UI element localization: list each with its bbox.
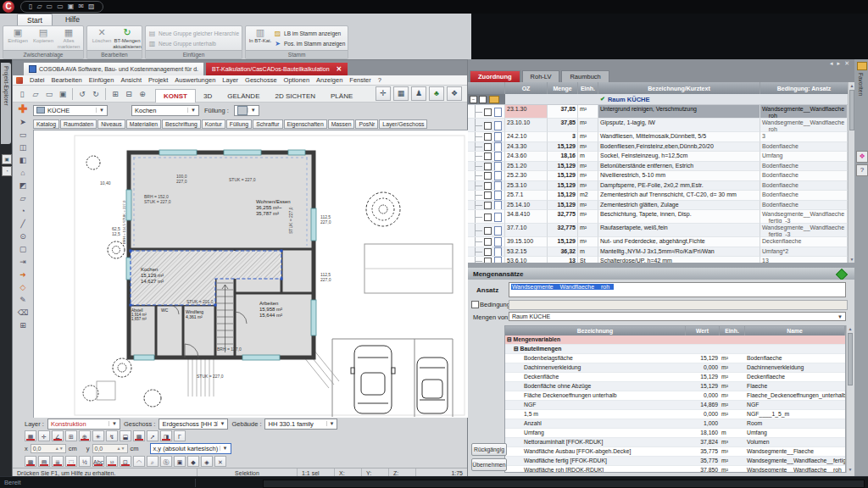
tab-raumbuch[interactable]: Raumbuch [561,70,609,82]
position-row[interactable]: 24.2.103m²Wandfliesen, Mittelmosaik,Dünn… [468,132,848,142]
prop-button-massen[interactable]: Massen [328,119,355,129]
snap-cross-icon[interactable]: ✛ [38,430,50,441]
render-icon[interactable]: ❖ [447,86,462,101]
row-checkbox[interactable] [484,248,492,256]
rect-tool-icon[interactable]: ▢ [16,243,31,256]
scroll-down-icon[interactable]: ▼ [847,467,854,472]
prop-button-fllung[interactable]: Füllung [226,119,252,129]
prop-button-materialien[interactable]: Materialien [126,119,161,129]
bedingung-input[interactable] [509,300,848,310]
geschoss-select[interactable]: Erdgeschoss [HH 3 ▼ [159,419,228,430]
menu-item[interactable]: Bearbeiten [52,76,82,84]
row-checkbox[interactable] [484,227,492,235]
snap-point-icon[interactable]: ⊕ [79,430,91,441]
catalog-book-icon[interactable]: ❖ [856,151,868,163]
new-file-icon[interactable]: ▯ [16,88,28,100]
prop-button-eigenschaften[interactable]: Eigenschaften [284,119,327,129]
tree-icon[interactable]: ♣ [429,86,444,101]
grid-header-menge[interactable]: Menge [548,82,578,94]
prop-button-beschriftung[interactable]: Beschriftung [162,119,201,129]
mail-icon[interactable]: ✉ [78,2,84,12]
view-tab-3d[interactable]: 3D [196,90,220,103]
polyline-tool-icon[interactable]: ⇥ [16,256,31,269]
display-lens-icon[interactable]: ⌕ [147,456,159,467]
grid-header-oz[interactable]: OZ [505,82,548,94]
position-row[interactable]: 53.6.1013StSchalterdose/UP, h=42 mm13 [468,257,848,263]
projekt-explorer-tab[interactable]: Projekt-Explorer [1,63,11,144]
display-frame-icon[interactable]: ⬚ [65,456,77,467]
open-icon[interactable]: ▱ [36,2,42,12]
menu-item[interactable]: ? [378,76,381,84]
display-solid-icon[interactable]: ▣ [174,456,186,467]
column-tool-icon[interactable]: ◔ [16,205,31,218]
print-icon[interactable]: ▣ [68,2,75,12]
position-row[interactable]: 24.3.3015,129m²Bodenfliesen,Feinsteinz,e… [468,142,848,152]
display-half-icon[interactable]: ½ [79,456,91,467]
position-row[interactable]: 39.15.10015,129m²Nut- und Federdecke, ab… [468,237,848,247]
ribbon-button[interactable]: ➤Pos. im Stamm anzeigen [274,39,345,47]
hatch-tool-icon[interactable]: ◇ [16,281,31,294]
save-icon[interactable]: ▭ [47,2,53,12]
position-row[interactable]: 25.3.1015,129m²Dampfsperre, PE-Folie, 2x… [468,181,848,191]
prop-button-kontur[interactable]: Kontur [202,119,225,129]
snap-mid-icon[interactable]: ⬓ [120,430,131,441]
wall-tool-icon[interactable]: ▭ [16,129,31,141]
row-checkbox[interactable] [484,182,492,190]
mengen-scrollbar[interactable]: ▲ ▼ [846,325,854,473]
display-outline-icon[interactable]: ◈ [201,456,213,467]
display-hatch-icon[interactable]: ▩ [25,456,36,467]
viewport-icon[interactable]: ▦ [393,86,409,101]
header-wert[interactable]: Wert [686,326,720,336]
undo-icon[interactable]: ↺ [76,88,88,100]
erase-tool-icon[interactable]: ⌫ [16,307,31,319]
tab-zuordnung[interactable]: Zuordnung [470,70,520,82]
prop-button-raumdaten[interactable]: Raumdaten [60,119,97,129]
header-einh[interactable]: Einh. [720,326,745,336]
window-tool-icon[interactable]: ◫ [16,141,31,154]
snap-corner-icon[interactable]: Γ [174,430,186,441]
snap-star-icon[interactable]: ✳ [92,430,104,441]
position-row[interactable]: 25.7.115,129m2Zementestrich auf Trennsch… [468,191,848,201]
menu-item[interactable]: Ansicht [120,76,142,84]
display-dim-icon[interactable]: ¹² [106,456,118,467]
mengen-row[interactable]: Bodenbelagsfläche15,129m²Bodenflaeche [505,354,845,363]
ribbon-button[interactable]: ↻BT-Mengen aktualisieren [115,27,139,49]
view-tab-plne[interactable]: PLÄNE [323,90,360,103]
scroll-right-icon[interactable]: ▸ [837,60,841,67]
view-tab-gelnde[interactable]: GELÄNDE [220,90,267,103]
menu-item[interactable]: Datei [30,76,45,84]
snap-angle-icon[interactable]: ∠ [52,430,64,441]
close-panel-icon[interactable]: ✕ [844,60,849,67]
folder-icon[interactable]: ▨ [88,2,95,12]
mengen-row[interactable]: Wandfläche fertig [FFOK-RDUK]35,775m²Wan… [505,457,845,466]
display-fill-icon[interactable]: ▤ [38,456,50,467]
favoriten-tab[interactable]: Favoriten [858,73,864,96]
row-checkbox[interactable] [484,163,492,170]
open-file-icon[interactable]: ▱ [30,88,42,100]
mengen-row[interactable]: Anzahl1,000Room [505,419,845,429]
display-s-icon[interactable]: Ⓢ [160,456,172,467]
mengen-row[interactable]: Wandfläche roh [RDOK-RDUK]37,850m²Wandse… [505,466,845,473]
view-tab-2dsichten[interactable]: 2D SICHTEN [267,90,323,103]
mengen-row[interactable]: Bodenfläche ohne Abzüge15,129m²Flaeche [505,382,845,391]
prop-button-posnr[interactable]: PosNr [355,119,378,129]
bedingung-checkbox[interactable] [471,301,479,308]
zoom-out-icon[interactable]: ⊟ [123,88,135,100]
mengen-row[interactable]: ⊟ Bauteilmengen [505,345,845,354]
explorer-panel-icon[interactable]: ▣ [2,154,12,164]
coordinate-mode-select[interactable]: x,y (absolut kartesisch) ▼ [150,443,231,454]
row-checkbox[interactable] [484,191,492,199]
row-checkbox[interactable] [484,202,492,209]
row-checkbox[interactable] [484,152,492,160]
door-tool-icon[interactable]: ◧ [16,154,31,167]
layer-select[interactable]: Konstruktion ▼ [47,419,120,430]
snap-hatch-icon[interactable]: ▩ [133,430,145,441]
ribbon-tab-hilfe[interactable]: Hilfe [56,14,89,25]
row-checkbox[interactable] [484,238,492,246]
prop-button-schraffur[interactable]: Schraffur [253,119,282,129]
fill-color-select[interactable]: ▼ [234,105,259,116]
menu-item[interactable]: Fenster [349,76,370,84]
measure-tool-icon[interactable]: ⊞ [16,319,31,332]
collapse-icon[interactable]: ⊟ [514,346,520,352]
row-checkbox[interactable] [484,108,492,116]
